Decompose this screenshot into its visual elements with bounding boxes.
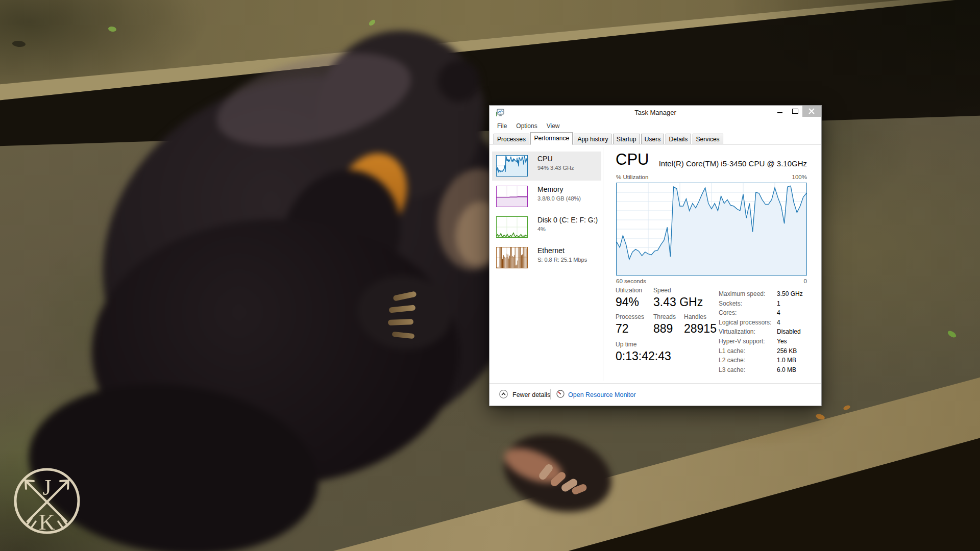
speed-label: Speed [653,287,671,294]
sidebar-ethernet-name: Ethernet [537,246,565,255]
tab-performance[interactable]: Performance [530,132,573,145]
task-manager-window: Task Manager File Options View Processes… [489,105,822,406]
detail-row-l2-cache: L2 cache: 1.0 MB [719,357,807,366]
detail-row-virtualization: Virtualization: Disabled [719,328,807,338]
footer-bar: Fewer details Open Resource Monitor [489,383,821,406]
maximize-button[interactable] [788,106,803,117]
handles-label: Handles [684,313,706,320]
watermark-letter-k: K [39,510,55,535]
fewer-details-button[interactable]: Fewer details [512,391,550,398]
jk-watermark-logo: J K [11,465,83,537]
axis-label-60s: 60 seconds [616,278,646,284]
tab-startup[interactable]: Startup [613,134,640,145]
tab-details[interactable]: Details [666,134,692,145]
detail-row-l3-cache: L3 cache: 6.0 MB [719,366,807,376]
window-title: Task Manager [489,109,821,116]
tab-processes[interactable]: Processes [494,134,529,145]
utilization-label: Utilization [616,287,642,294]
cpu-model-name: Intel(R) Core(TM) i5-3450 CPU @ 3.10GHz [643,159,807,168]
memory-mini-graph [496,186,528,207]
menu-file[interactable]: File [496,121,508,131]
sidebar-item-cpu[interactable]: CPU 94% 3.43 GHz [492,152,601,181]
close-button[interactable] [802,106,821,117]
sidebar-cpu-detail: 94% 3.43 GHz [537,165,574,171]
detail-row-max-speed: Maximum speed: 3.50 GHz [719,290,807,300]
sidebar-memory-name: Memory [537,185,564,193]
sidebar-ethernet-detail: S: 0.8 R: 25.1 Mbps [537,257,587,263]
uptime-label: Up time [616,341,636,348]
tab-strip: Processes Performance App history Startu… [489,132,821,144]
resource-monitor-icon [556,390,565,398]
detail-row-hyperv: Hyper-V support: Yes [719,338,807,347]
sidebar-item-memory[interactable]: Memory 3.8/8.0 GB (48%) [492,182,601,211]
minimize-icon [777,112,782,113]
handles-value: 28915 [684,322,717,336]
threads-value: 889 [653,322,673,336]
sidebar-item-disk[interactable]: Disk 0 (C: E: F: G:) 4% [492,213,601,242]
chevron-up-circle-icon[interactable] [499,390,508,398]
minimize-button[interactable] [772,106,788,117]
sidebar-cpu-name: CPU [537,155,553,163]
watermark-letter-j: J [42,475,51,500]
sidebar-memory-detail: 3.8/8.0 GB (48%) [537,195,581,202]
detail-row-sockets: Sockets: 1 [719,300,807,310]
close-icon [808,108,815,114]
ethernet-mini-graph [496,247,528,268]
detail-row-logical-processors: Logical processors: 4 [719,319,807,329]
sidebar-disk-detail: 4% [537,226,546,232]
processes-value: 72 [616,322,629,336]
threads-label: Threads [653,313,676,320]
maximize-icon [792,109,798,114]
menu-bar: File Options View [489,120,821,132]
uptime-value: 0:13:42:43 [616,349,671,363]
sidebar-disk-name: Disk 0 (C: E: F: G:) [537,216,598,224]
open-resource-monitor-link[interactable]: Open Resource Monitor [568,391,636,398]
detail-row-cores: Cores: 4 [719,309,807,319]
title-bar[interactable]: Task Manager [489,106,821,120]
axis-label-0: 0 [719,278,807,284]
footer-separator [550,389,551,399]
sidebar-item-ethernet[interactable]: Ethernet S: 0.8 R: 25.1 Mbps [492,243,601,272]
cpu-utilization-graph[interactable] [616,183,807,276]
sidebar-divider [603,147,603,381]
detail-row-l1-cache: L1 cache: 256 KB [719,347,807,357]
tab-services[interactable]: Services [693,134,723,145]
desktop: J K Task Manager File Options View Proc [0,0,980,551]
axis-label-100: 100% [719,174,807,180]
speed-value: 3.43 GHz [653,295,703,309]
tab-users[interactable]: Users [641,134,664,145]
cpu-mini-graph [496,155,528,177]
tab-app-history[interactable]: App history [574,134,611,145]
disk-mini-graph [496,216,528,238]
axis-label-utilization: % Utilization [616,174,648,180]
utilization-value: 94% [616,295,639,309]
menu-view[interactable]: View [546,121,561,131]
menu-options[interactable]: Options [515,121,538,131]
processes-label: Processes [616,313,644,320]
